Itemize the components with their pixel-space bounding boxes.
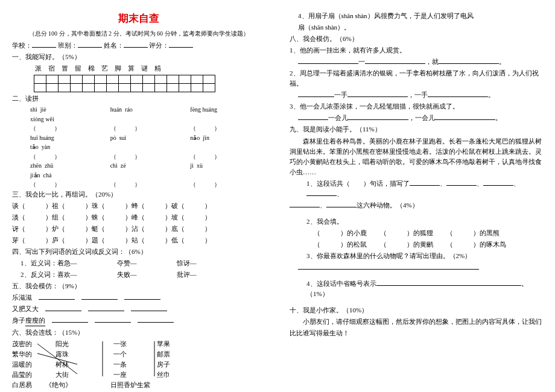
match-item[interactable]: 一个 bbox=[113, 349, 157, 359]
match-item[interactable]: 晶莹的 bbox=[12, 370, 56, 380]
q8-word: 一手 bbox=[334, 91, 347, 98]
q8-s3: 3、他一会儿浓墨涂抹，一会儿轻笔细描，很快就画成了。 bbox=[290, 101, 543, 112]
q7-l5[interactable]: 扇（shān shàn）。 bbox=[290, 22, 543, 33]
q10-p2: 比比谁写得最生动！ bbox=[290, 328, 543, 338]
q9-blank[interactable] bbox=[306, 189, 337, 196]
q9-blank[interactable] bbox=[410, 179, 440, 186]
q2-row2: huī huáng pò suì nǎo jīn tǎo yàn bbox=[30, 133, 265, 152]
exam-title: 期末自查 bbox=[12, 11, 265, 27]
q9-blank[interactable] bbox=[298, 263, 479, 270]
blank-score[interactable] bbox=[169, 41, 193, 48]
q8-blank[interactable] bbox=[347, 90, 408, 97]
label-score: 评分： bbox=[149, 42, 169, 49]
q3-heading: 三、我会比一比，再组词。（20%） bbox=[12, 189, 265, 200]
match-item[interactable]: 一条 bbox=[113, 359, 157, 370]
match-item[interactable]: 一座 bbox=[113, 370, 157, 380]
q3-l0[interactable]: 谈（ ）祖（ ）珠（ ）蜂（ ）破（ ） bbox=[12, 201, 265, 211]
pinyin: chì zé bbox=[110, 161, 186, 171]
answer-paren[interactable]: （ ） bbox=[30, 180, 106, 189]
q5-blank[interactable] bbox=[138, 316, 174, 323]
blank-class[interactable] bbox=[78, 41, 102, 48]
q4-l1[interactable]: 1、近义词：着急— 夺赞— 惊讶— bbox=[12, 258, 265, 268]
q3-l2[interactable]: 讶（ ）炉（ ）蜓（ ）沾（ ）底（ ） bbox=[12, 224, 265, 234]
answer-paren[interactable]: （ ） bbox=[190, 152, 265, 162]
q5-blank[interactable] bbox=[45, 305, 81, 311]
q8-word: ，一会儿 bbox=[408, 114, 435, 121]
q9-blank[interactable] bbox=[446, 179, 477, 186]
exam-subheader: （总分 100 分，其中卷面整洁 2 分。考试时间为 60 分钟，监考老师要向学… bbox=[12, 29, 265, 39]
pinyin: jiǎn chá bbox=[30, 171, 106, 180]
q3-l3[interactable]: 芽（ ）庐（ ）題（ ）站（ ）低（ ） bbox=[12, 235, 265, 245]
q5-l1: 乐滋滋 bbox=[12, 294, 32, 301]
q8-blank[interactable] bbox=[365, 57, 425, 64]
q8-blank[interactable] bbox=[298, 113, 328, 120]
q8-blank[interactable] bbox=[428, 90, 488, 97]
q8-word: 一会儿 bbox=[328, 114, 348, 121]
match-item[interactable]: 温暖的 bbox=[12, 359, 56, 370]
q9-blank[interactable] bbox=[290, 201, 320, 207]
q9-q3: 3、你最喜欢森林里的什么动物呢？请写出理由。（2%） bbox=[290, 251, 543, 261]
answer-paren[interactable]: （ ） bbox=[30, 152, 106, 162]
match-item[interactable]: 邮票 bbox=[157, 349, 200, 359]
q9-blank[interactable] bbox=[376, 279, 521, 286]
answer-paren[interactable]: （ ） bbox=[190, 124, 265, 133]
match-item[interactable]: 一张 bbox=[113, 339, 157, 349]
q5-blank[interactable] bbox=[81, 293, 118, 300]
q8-blank[interactable] bbox=[298, 57, 358, 64]
q10-p: 小朋友们，请仔细观察这幅图，然后发挥你的想象，把图上的内容写具体，让我们 bbox=[290, 317, 543, 327]
pinyin: nǎo jīn bbox=[190, 133, 265, 143]
q6-poem[interactable]: 白居易《绝句》日照香炉生紫烟，遥看瀑布挂前川。 bbox=[12, 380, 265, 392]
match-item[interactable]: 房子 bbox=[157, 359, 200, 370]
q8-word: 一 bbox=[358, 58, 365, 65]
label-school: 学校： bbox=[12, 42, 32, 49]
q5-blank[interactable] bbox=[39, 293, 75, 300]
match-item[interactable]: 丝巾 bbox=[157, 370, 200, 380]
q1-boxgrid[interactable] bbox=[34, 75, 215, 92]
q8-blank[interactable] bbox=[439, 57, 499, 64]
q3-l1[interactable]: 淡（ ）组（ ）蛛（ ）峰（ ）坡（ ） bbox=[12, 212, 265, 223]
q8-blank[interactable] bbox=[435, 113, 495, 120]
q2-heading: 二、读拼 bbox=[12, 93, 265, 104]
q5-blank[interactable] bbox=[52, 316, 88, 323]
q9-blank[interactable] bbox=[326, 201, 357, 207]
q4-l2[interactable]: 2、反义词：喜欢— 失败— 批评— bbox=[12, 270, 265, 280]
q1-heading: 一、我能写好。（5%） bbox=[12, 52, 265, 62]
q5-blank[interactable] bbox=[95, 316, 131, 323]
q6-match[interactable]: 茂密的阳光一张苹果 繁华的露珠一个邮票 温暖的树林一条房子 晶莹的大街一座丝巾 bbox=[12, 339, 265, 380]
answer-paren[interactable]: （ ） bbox=[190, 180, 265, 189]
q5-blank[interactable] bbox=[131, 305, 167, 311]
pinyin: huī huáng bbox=[30, 133, 106, 143]
q5-blank[interactable] bbox=[124, 293, 160, 300]
pinyin: pò suì bbox=[110, 133, 186, 143]
answer-paren[interactable]: （ ） bbox=[30, 124, 106, 133]
q9-blank[interactable] bbox=[483, 179, 513, 186]
match-item[interactable]: 露珠 bbox=[56, 349, 99, 359]
q10-heading: 十、我是小作家。（10%） bbox=[290, 305, 543, 315]
match-item[interactable]: 树林 bbox=[56, 359, 99, 370]
pinyin: tǎo yàn bbox=[30, 142, 106, 152]
answer-paren[interactable]: （ ） bbox=[110, 124, 186, 133]
blank-name[interactable] bbox=[124, 41, 148, 48]
q5-l3u: 瘦瘦的 bbox=[25, 315, 45, 326]
q9-q1: 1、这段话共（ ）句话，描写了 bbox=[306, 180, 410, 187]
q8-blank[interactable] bbox=[348, 113, 408, 120]
q9-q2b[interactable]: （ ）的松鼠 （ ）的黄鹂 （ ）的啄木鸟 bbox=[290, 239, 543, 250]
q9-q2h: 2、我会填。 bbox=[290, 217, 543, 227]
q5-l2: 又肥又大 bbox=[12, 305, 39, 312]
q8-blank[interactable] bbox=[298, 90, 334, 97]
pinyin: zhēn zhū bbox=[30, 161, 106, 171]
pinyin: xióng wěi bbox=[30, 115, 106, 124]
match-item[interactable]: 大街 bbox=[56, 370, 99, 380]
match-item[interactable]: 阳光 bbox=[56, 339, 99, 349]
q8-heading: 八、我会模仿。（6%） bbox=[290, 34, 543, 44]
q9-q2a[interactable]: （ ）的小鹿 （ ）的狐狸 （ ）的黑熊 bbox=[290, 228, 543, 238]
match-item[interactable]: 繁华的 bbox=[12, 349, 56, 359]
answer-paren[interactable]: （ ） bbox=[110, 180, 186, 189]
answer-paren[interactable]: （ ） bbox=[110, 152, 186, 162]
q5-blank[interactable] bbox=[88, 305, 124, 311]
match-item[interactable]: 苹果 bbox=[157, 339, 200, 349]
blank-school[interactable] bbox=[32, 41, 56, 48]
q5-heading: 五、我会模仿：（9%） bbox=[12, 281, 265, 291]
match-item[interactable]: 茂密的 bbox=[12, 339, 56, 349]
q7-l4[interactable]: 4、用扇子扇（shān shàn）风很费力气，于是人们发明了电风 bbox=[290, 11, 543, 21]
